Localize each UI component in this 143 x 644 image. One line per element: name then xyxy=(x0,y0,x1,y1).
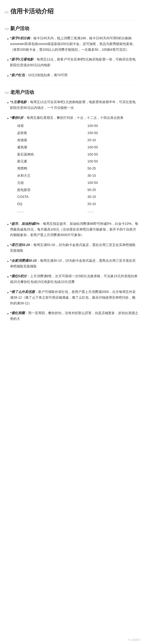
restaurant-name: 必胜客 xyxy=(10,130,73,137)
section-new-users: H2新户活动 • *新手5积分购：核卡日45天内，线上消费三笔满168，核卡日6… xyxy=(5,25,138,79)
bullet-dot: • xyxy=(7,311,8,317)
bullet-dot: • xyxy=(7,36,8,42)
bullet-dot: • xyxy=(7,57,8,64)
restaurant-name: 绿茶 xyxy=(10,122,73,130)
item-text: *最红5积分：上月消费满8笔，次月可获得一次5积分兑换资格，可兑换15元外卖抵扣… xyxy=(10,274,138,285)
restaurant-name: 新石器烤肉 xyxy=(10,151,73,158)
restaurant-name: 永和大王 xyxy=(10,172,73,179)
discount-value: 100-50 xyxy=(73,144,138,151)
dining-discount-table: 绿茶 100-50 必胜客 150-50 肯德基 20-10 xyxy=(10,122,138,214)
item-keyword: *最红5积分 xyxy=(10,274,26,278)
item-text: *1元看电影：每周五12点可在买单吧1元抢购电影票，电影票有效期半年，可买任意电… xyxy=(10,99,138,111)
item-text: *新手5积分购：核卡日45天内，线上消费三笔满168，核卡日60天内可用5积分换… xyxy=(10,36,138,52)
discount-value: 30-15 xyxy=(73,194,138,200)
item-body: ：周一至周四，餐饮折扣，没有对折那么厉害，但是店铺更多，折扣比美团之类的大 xyxy=(10,311,138,320)
discount-value: 20-10 xyxy=(73,200,138,208)
bullet-dot: • xyxy=(7,73,8,79)
item-text: *饿了么外卖优惠：新户可领取外卖红包，老用户需上月消费满2000，次月每周五外卖… xyxy=(10,289,138,306)
item-text: *超市、加油秒减5%：每周五指定超市、加油站消费满98即可秒减5%，白金卡10%… xyxy=(10,221,138,238)
bullet-dot: • xyxy=(7,258,8,265)
list-item: • *星巴克55-20：每周五满55-20，20为刷卡金形式返还，需在次周三至五… xyxy=(7,242,138,254)
discount-value: 100-50 xyxy=(73,179,138,186)
item-text: *新手5元看电影：每周五12点，新客户可在买单吧5元购买电影票一张，可购买任意电… xyxy=(10,57,138,68)
item-keyword: *新手5元看电影 xyxy=(10,58,33,61)
restaurant-name: 面包新语 xyxy=(10,186,73,194)
discount-value: 50-25 xyxy=(73,165,138,172)
discount-value: 50-25 xyxy=(73,186,138,194)
bullet-dot: • xyxy=(7,290,8,296)
old-users-list: • *1元看电影：每周五12点可在买单吧1元抢购电影票，电影票有效期半年，可买任… xyxy=(5,99,138,322)
item-body: ：每周五最红星期五，餐饮打对折，十点，十二点，十四点准点抢券 xyxy=(23,116,124,120)
section-new-users-title: H2新户活动 xyxy=(5,25,138,32)
item-keyword: *超市、加油秒减5% xyxy=(10,222,40,226)
item-text: *全家消费满30-15：每周五满30-15，15为刷卡金形式返还，需再去次周三至… xyxy=(10,258,138,269)
table-row: 新石器烤肉 100-50 xyxy=(10,151,138,158)
discount-value: 20-10 xyxy=(73,137,138,144)
h2-label-old: H2 xyxy=(5,91,9,94)
item-body: ：10元3张抵扣券，满70可用 xyxy=(25,73,68,77)
table-row: 元祖 100-50 xyxy=(10,179,138,186)
table-row: 避风塘 100-50 xyxy=(10,144,138,151)
table-row: 永和大王 30-15 xyxy=(10,172,138,179)
item-keyword: *餐饮5折 xyxy=(10,116,23,120)
discount-value: 30-15 xyxy=(73,172,138,179)
item-keyword: *最红商圈 xyxy=(10,311,24,315)
footer-watermark: 什么值得买 xyxy=(128,638,140,642)
item-text: *餐饮5折：每周五最红星期五，餐饮打对折，十点，十二点，十四点准点抢券 绿茶 1… xyxy=(10,115,138,217)
item-keyword: *星巴克55-20 xyxy=(10,243,30,247)
list-item: • *1元看电影：每周五12点可在买单吧1元抢购电影票，电影票有效期半年，可买任… xyxy=(7,99,138,111)
list-item: • *饿了么外卖优惠：新户可领取外卖红包，老用户需上月消费满2000，次月每周五… xyxy=(7,289,138,306)
table-row: …… …… xyxy=(10,208,138,215)
table-row: 肯德基 20-10 xyxy=(10,137,138,144)
list-item: • *新户红包：10元3张抵扣券，满70可用 xyxy=(7,72,138,79)
list-item: • *全家消费满30-15：每周五满30-15，15为刷卡金形式返还，需再去次周… xyxy=(7,258,138,269)
item-text: *新户红包：10元3张抵扣券，满70可用 xyxy=(10,72,138,78)
section-divider xyxy=(5,85,138,85)
restaurant-name: 周黑鸭 xyxy=(10,165,73,172)
table-row: DQ 20-10 xyxy=(10,200,138,208)
bullet-dot: • xyxy=(7,243,8,249)
page-title: H1信用卡活动介绍 xyxy=(5,5,138,20)
list-item: • *新手5积分购：核卡日45天内，线上消费三笔满168，核卡日60天内可用5积… xyxy=(7,36,138,52)
list-item: • *新手5元看电影：每周五12点，新客户可在买单吧5元购买电影票一张，可购买任… xyxy=(7,57,138,68)
h1-label: H1 xyxy=(5,10,9,14)
discount-value: 100-50 xyxy=(73,151,138,158)
discount-value: …… xyxy=(73,208,138,215)
restaurant-name: 元祖 xyxy=(10,179,73,186)
table-row: 周黑鸭 50-25 xyxy=(10,165,138,172)
bullet-dot: • xyxy=(7,116,8,122)
h2-label-new: H2 xyxy=(5,27,9,31)
item-keyword: *1元看电影 xyxy=(10,100,26,104)
discount-value: 150-50 xyxy=(73,130,138,137)
restaurant-name: DQ xyxy=(10,200,73,208)
item-text: *最红商圈：周一至周四，餐饮折扣，没有对折那么厉害，但是店铺更多，折扣比美团之类… xyxy=(10,310,138,322)
table-row: 新元素 100-50 xyxy=(10,158,138,165)
table-row: COSTA 30-15 xyxy=(10,194,138,200)
item-keyword: *全家消费满30-15 xyxy=(10,259,36,262)
bullet-dot: • xyxy=(7,274,8,280)
item-keyword: *饿了么外卖优惠 xyxy=(10,290,34,294)
page: H1信用卡活动介绍 H2新户活动 • *新手5积分购：核卡日45天内，线上消费三… xyxy=(0,0,143,644)
section-old-users: H2老用户活动 • *1元看电影：每周五12点可在买单吧1元抢购电影票，电影票有… xyxy=(5,89,138,322)
item-body: ：每周五12点可在买单吧1元抢购电影票，电影票有效期半年，可买任意电影院任意60… xyxy=(10,100,136,110)
item-keyword: *新户红包 xyxy=(10,73,24,77)
item-body: ：上月消费满8笔，次月可获得一次5积分兑换资格，可兑换15元外卖抵扣券或20元餐… xyxy=(10,274,137,284)
list-item: • *餐饮5折：每周五最红星期五，餐饮打对折，十点，十二点，十四点准点抢券 绿茶… xyxy=(7,115,138,217)
table-row: 必胜客 150-50 xyxy=(10,130,138,137)
discount-value: 100-50 xyxy=(73,158,138,165)
restaurant-name: …… xyxy=(10,208,73,215)
bullet-dot: • xyxy=(7,100,8,106)
item-keyword: *新手5积分购 xyxy=(10,36,30,40)
bullet-dot: • xyxy=(7,222,8,228)
table-row: 绿茶 100-50 xyxy=(10,122,138,130)
list-item: • *超市、加油秒减5%：每周五指定超市、加油站消费满98即可秒减5%，白金卡1… xyxy=(7,221,138,238)
new-users-list: • *新手5积分购：核卡日45天内，线上消费三笔满168，核卡日60天内可用5积… xyxy=(5,36,138,79)
list-item: • *最红商圈：周一至周四，餐饮折扣，没有对折那么厉害，但是店铺更多，折扣比美团… xyxy=(7,310,138,322)
item-text: *星巴克55-20：每周五满55-20，20为刷卡金形式返还，需在次周三至五在买… xyxy=(10,242,138,254)
table-row: 面包新语 50-25 xyxy=(10,186,138,194)
section-old-users-title: H2老用户活动 xyxy=(5,89,138,96)
discount-value: 100-50 xyxy=(73,122,138,130)
restaurant-name: COSTA xyxy=(10,194,73,200)
restaurant-name: 肯德基 xyxy=(10,137,73,144)
list-item: • *最红5积分：上月消费满8笔，次月可获得一次5积分兑换资格，可兑换15元外卖… xyxy=(7,274,138,285)
